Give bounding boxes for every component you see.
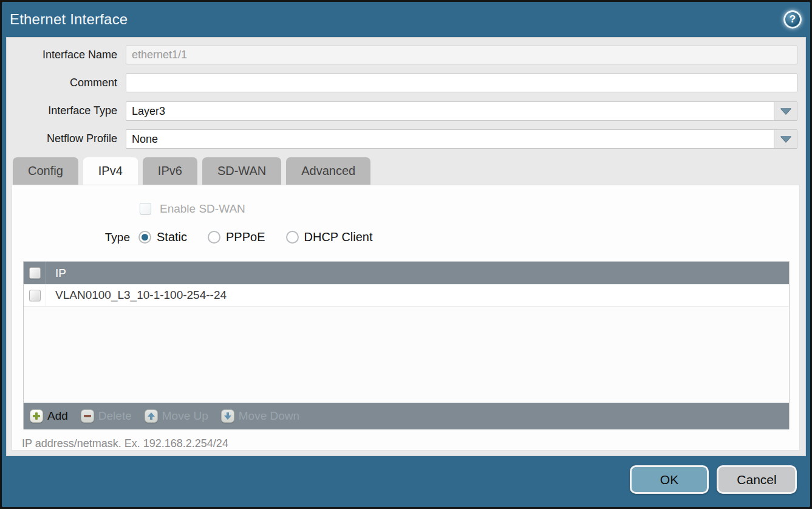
table-empty-area [24,307,789,403]
radio-dhcp-client[interactable] [286,231,299,244]
table-toolbar: Add Delete Move Up Move Down [24,403,789,429]
help-icon[interactable]: ? [783,10,802,29]
row-checkbox[interactable] [29,290,41,301]
form-row-netflow-profile: Netflow Profile None [7,129,805,148]
type-radio-group: Static PPPoE DHCP Client [138,230,373,244]
dropdown-arrow-icon [780,108,791,114]
form-row-comment: Comment [7,73,805,92]
add-icon [30,409,43,423]
move-up-button[interactable]: Move Up [145,409,208,423]
enable-sdwan-label: Enable SD-WAN [160,202,245,216]
interface-type-value: Layer3 [126,105,774,118]
radio-option-static[interactable]: Static [138,230,187,244]
radio-static[interactable] [138,231,151,244]
netflow-profile-label: Netflow Profile [7,132,126,145]
move-up-button-label: Move Up [162,409,208,423]
dialog-footer: OK Cancel [2,456,810,507]
add-button-label: Add [47,409,68,423]
radio-pppoe[interactable] [208,231,220,244]
dialog-content: Interface Name Comment Interface Type La… [6,37,806,456]
table-row[interactable]: VLAN0100_L3_10-1-100-254--24 [24,284,789,307]
radio-pppoe-label: PPPoE [226,230,265,244]
type-label: Type [12,231,130,244]
ip-table: IP VLAN0100_L3_10-1-100-254--24 Add [23,261,790,429]
ip-table-header: IP [24,262,789,284]
form-row-interface-name: Interface Name [7,46,805,64]
ipv4-panel: Enable SD-WAN Type Static PPPoE DHCP C [12,185,800,451]
enable-sdwan-row: Enable SD-WAN [140,202,799,216]
netflow-profile-value: None [126,133,774,146]
form-row-interface-type: Interface Type Layer3 [7,101,805,120]
move-up-icon [145,409,158,423]
delete-button-label: Delete [98,409,132,423]
tab-advanced[interactable]: Advanced [286,157,370,186]
dropdown-arrow-icon [780,136,791,142]
interface-form: Interface Name Comment Interface Type La… [7,38,805,148]
interface-name-field [126,46,797,64]
netflow-profile-dropdown-button[interactable] [774,130,797,148]
tab-ipv6[interactable]: IPv6 [143,157,197,186]
cancel-button[interactable]: Cancel [717,465,797,494]
dialog-titlebar: Ethernet Interface ? [2,2,810,37]
interface-type-label: Interface Type [7,104,126,117]
delete-icon [81,409,94,423]
select-all-checkbox[interactable] [29,267,41,279]
ip-format-hint: IP address/netmask. Ex. 192.168.2.254/24 [22,437,799,450]
move-down-button[interactable]: Move Down [221,409,299,423]
delete-button[interactable]: Delete [81,409,132,423]
select-all-cell [24,262,46,284]
type-row: Type Static PPPoE DHCP Client [12,229,799,245]
radio-option-pppoe[interactable]: PPPoE [208,230,265,244]
ok-button[interactable]: OK [630,465,709,494]
interface-name-label: Interface Name [7,49,126,61]
netflow-profile-dropdown[interactable]: None [126,129,797,149]
interface-type-dropdown[interactable]: Layer3 [126,101,797,121]
row-checkbox-cell [24,284,46,306]
dialog-title: Ethernet Interface [10,11,128,28]
radio-option-dhcp-client[interactable]: DHCP Client [286,230,373,244]
move-down-icon [221,409,234,423]
tab-config[interactable]: Config [13,157,78,186]
tab-bar: Config IPv4 IPv6 SD-WAN Advanced [13,157,805,186]
comment-label: Comment [7,77,126,89]
tab-sd-wan[interactable]: SD-WAN [202,157,281,186]
move-down-button-label: Move Down [239,409,299,423]
add-button[interactable]: Add [30,409,68,423]
radio-static-label: Static [157,230,187,244]
radio-dhcp-client-label: DHCP Client [304,230,373,244]
ethernet-interface-dialog: Ethernet Interface ? Interface Name Comm… [2,2,810,507]
interface-type-dropdown-button[interactable] [774,102,797,120]
tab-ipv4[interactable]: IPv4 [83,157,138,186]
ip-column-header: IP [46,267,66,280]
enable-sdwan-checkbox [140,203,151,214]
comment-field[interactable] [126,73,797,92]
row-ip-value: VLAN0100_L3_10-1-100-254--24 [46,289,227,302]
